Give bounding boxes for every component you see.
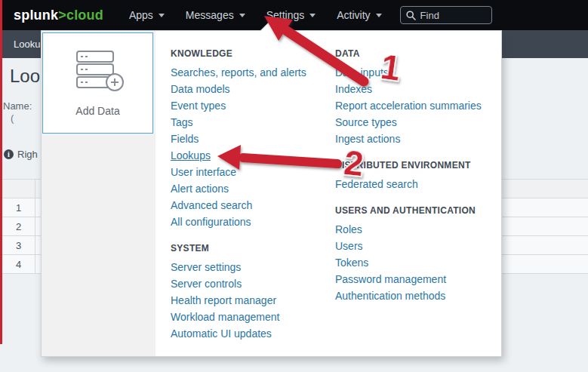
caret-down-icon xyxy=(239,14,245,17)
search-icon xyxy=(406,11,416,20)
section-header-distributed-environment: DISTRIBUTED ENVIRONMENT xyxy=(335,159,500,171)
menu-item-health-report-manager[interactable]: Health report manager xyxy=(171,292,335,309)
menu-item-advanced-search[interactable]: Advanced search xyxy=(171,197,335,214)
row-number: 2 xyxy=(2,217,35,235)
menu-column-data-users: DATA Data inputs Indexes Report accelera… xyxy=(335,48,500,316)
logo-gt-text: > xyxy=(58,8,66,23)
info-text: Righ xyxy=(17,149,38,160)
add-data-button[interactable]: Add Data xyxy=(42,32,153,134)
splunk-cloud-logo[interactable]: splunk>cloud xyxy=(14,8,103,23)
name-label: Name: xyxy=(3,100,32,112)
nav-apps-menu[interactable]: Apps xyxy=(119,0,175,30)
menu-section-data: DATA Data inputs Indexes Report accelera… xyxy=(335,48,500,147)
caret-down-icon xyxy=(376,14,382,17)
menu-item-workload-management[interactable]: Workload management xyxy=(171,309,335,325)
menu-item-federated-search[interactable]: Federated search xyxy=(335,176,500,192)
section-header-data: DATA xyxy=(335,48,500,60)
menu-item-source-types[interactable]: Source types xyxy=(335,114,500,131)
settings-dropdown-menu: Add Data KNOWLEDGE Searches, reports, an… xyxy=(41,30,502,357)
menu-section-knowledge: KNOWLEDGE Searches, reports, and alerts … xyxy=(171,48,335,230)
menu-section-distributed-environment: DISTRIBUTED ENVIRONMENT Federated search xyxy=(335,159,500,192)
menu-item-searches-reports-alerts[interactable]: Searches, reports, and alerts xyxy=(171,64,335,81)
app-bar-title: Looku xyxy=(14,38,40,50)
nav-activity-menu[interactable]: Activity xyxy=(326,0,392,30)
nav-activity-label: Activity xyxy=(337,9,370,21)
menu-item-all-configurations[interactable]: All configurations xyxy=(171,214,335,230)
menu-item-tokens[interactable]: Tokens xyxy=(335,254,500,271)
row-number: 3 xyxy=(2,236,35,254)
caret-down-icon xyxy=(309,14,316,17)
menu-item-users[interactable]: Users xyxy=(335,238,500,254)
dropdown-left-column: Add Data xyxy=(42,31,155,356)
menu-item-event-types[interactable]: Event types xyxy=(171,97,335,114)
row-number: 1 xyxy=(2,198,35,217)
section-header-users-authentication: USERS AND AUTHENTICATION xyxy=(335,204,500,217)
menu-item-alert-actions[interactable]: Alert actions xyxy=(171,180,335,197)
section-header-system: SYSTEM xyxy=(171,242,335,254)
nav-messages-label: Messages xyxy=(186,9,234,21)
add-data-label: Add Data xyxy=(75,105,119,117)
row-number: 4 xyxy=(2,255,35,273)
menu-section-system: SYSTEM Server settings Server controls H… xyxy=(171,242,335,342)
menu-section-users-authentication: USERS AND AUTHENTICATION Roles Users Tok… xyxy=(335,204,500,304)
truncated-control: ( xyxy=(11,112,14,124)
logo-cloud-text: cloud xyxy=(66,8,103,23)
menu-item-automatic-ui-updates[interactable]: Automatic UI updates xyxy=(171,325,335,342)
menu-item-user-interface[interactable]: User interface xyxy=(171,164,335,180)
nav-settings-label: Settings xyxy=(266,9,305,21)
logo-splunk-text: splunk xyxy=(14,8,58,23)
menu-item-server-settings[interactable]: Server settings xyxy=(171,259,335,275)
find-search-box[interactable] xyxy=(400,6,492,24)
info-icon: i xyxy=(4,149,14,159)
nav-messages-menu[interactable]: Messages xyxy=(175,0,256,30)
menu-item-fields[interactable]: Fields xyxy=(171,131,335,147)
menu-item-indexes[interactable]: Indexes xyxy=(335,81,500,97)
info-row: i Righ xyxy=(4,149,38,160)
caret-down-icon xyxy=(159,14,165,17)
section-header-knowledge: KNOWLEDGE xyxy=(171,48,335,60)
find-input[interactable] xyxy=(420,10,485,21)
menu-item-roles[interactable]: Roles xyxy=(335,221,500,238)
menu-item-password-management[interactable]: Password management xyxy=(335,271,500,287)
menu-item-server-controls[interactable]: Server controls xyxy=(171,275,335,292)
nav-apps-label: Apps xyxy=(129,9,153,21)
menu-item-ingest-actions[interactable]: Ingest actions xyxy=(335,131,500,147)
page-title: Loo xyxy=(10,66,40,87)
add-data-icon xyxy=(70,49,126,94)
menu-item-data-inputs[interactable]: Data inputs xyxy=(335,64,500,81)
row-number-header xyxy=(2,180,35,198)
top-nav-bar: splunk>cloud Apps Messages Settings Acti… xyxy=(0,0,588,30)
menu-item-tags[interactable]: Tags xyxy=(171,114,335,131)
menu-item-lookups[interactable]: Lookups xyxy=(171,147,335,164)
menu-item-report-acceleration-summaries[interactable]: Report acceleration summaries xyxy=(335,97,500,114)
screen-capture-edge-line xyxy=(0,0,2,344)
menu-column-knowledge-system: KNOWLEDGE Searches, reports, and alerts … xyxy=(171,48,335,354)
menu-item-authentication-methods[interactable]: Authentication methods xyxy=(335,287,500,304)
menu-item-data-models[interactable]: Data models xyxy=(171,81,335,97)
